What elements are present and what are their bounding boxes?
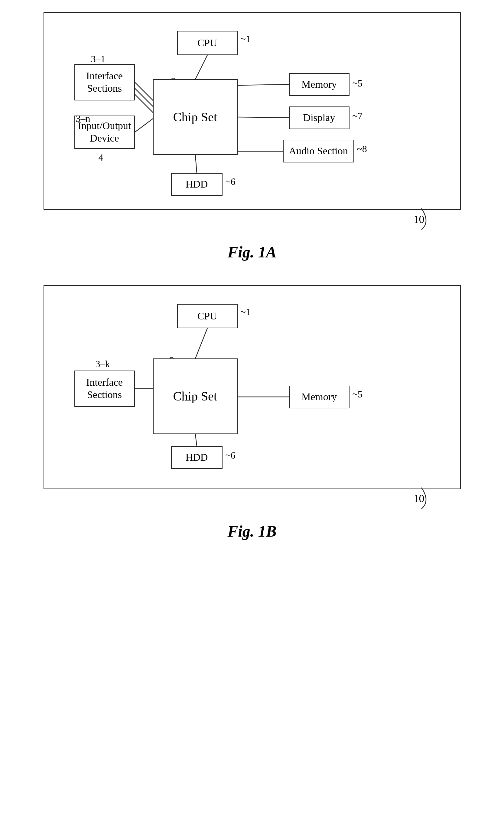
- fig1a-5-label: ~5: [353, 78, 363, 89]
- fig1b-10-label: 10: [414, 492, 424, 505]
- fig1a-tail-svg: [361, 207, 452, 231]
- fig1a-tail: 10: [44, 210, 461, 234]
- fig1a-4-label: 4: [99, 152, 103, 163]
- chipset-block: Chip Set: [153, 79, 238, 155]
- chipset-label-1b: Chip Set: [173, 389, 217, 404]
- svg-line-9: [195, 328, 207, 358]
- memory-block-1b: Memory: [289, 386, 350, 409]
- audio-label: Audio Section: [289, 145, 348, 157]
- svg-line-7: [135, 94, 153, 112]
- fig1b-1-label: ~1: [241, 306, 251, 317]
- cpu-label-1b: CPU: [197, 310, 217, 322]
- svg-line-0: [195, 55, 207, 79]
- svg-line-4: [195, 155, 197, 173]
- svg-line-1: [238, 84, 289, 85]
- fig1a-title: Fig. 1A: [228, 243, 277, 261]
- svg-line-8: [135, 119, 153, 132]
- fig1b-5-label: ~5: [353, 389, 363, 400]
- display-label: Display: [303, 112, 335, 124]
- fig1a-10-label: 10: [414, 213, 424, 226]
- fig1a-3n-label: 3–n: [76, 113, 90, 124]
- fig1a-7-label: ~7: [353, 110, 363, 122]
- chipset-label: Chip Set: [173, 109, 217, 125]
- interface-block-1b: Interface Sections: [74, 370, 135, 407]
- fig1b-tail: 10: [44, 489, 461, 513]
- fig1a-diagram-box: CPU ~1 2 Chip Set Interface Sections 3–1…: [44, 12, 461, 210]
- hdd-label-1b: HDD: [186, 451, 208, 464]
- hdd-block-1b: HDD: [171, 446, 223, 469]
- cpu-block-1b: CPU: [177, 304, 238, 328]
- svg-line-2: [238, 117, 289, 118]
- fig1a-8-label: ~8: [357, 143, 367, 155]
- memory-label-1b: Memory: [301, 391, 337, 403]
- fig1a-3-1-label: 3–1: [91, 54, 106, 65]
- memory-block: Memory: [289, 73, 350, 96]
- display-block: Display: [289, 106, 350, 129]
- fig1a-inner: CPU ~1 2 Chip Set Interface Sections 3–1…: [59, 25, 445, 194]
- cpu-block: CPU: [177, 31, 238, 55]
- fig1a-cpu-ref: ~1: [241, 33, 251, 44]
- svg-line-11: [195, 434, 197, 446]
- chipset-block-1b: Chip Set: [153, 358, 238, 434]
- fig1b-tail-svg: [361, 486, 452, 510]
- hdd-block: HDD: [171, 173, 223, 196]
- memory-label: Memory: [301, 78, 337, 91]
- cpu-label: CPU: [197, 37, 217, 49]
- fig1a-6-label: ~6: [226, 176, 236, 187]
- hdd-label: HDD: [186, 178, 208, 190]
- interface-block: Interface Sections: [74, 64, 135, 100]
- fig1a-connectors: [59, 25, 445, 194]
- fig1b-inner: CPU ~1 2 Chip Set Interface Sections 3–k…: [59, 298, 445, 474]
- svg-line-6: [135, 88, 153, 106]
- fig1b-title: Fig. 1B: [228, 523, 277, 540]
- interface-label: Interface Sections: [86, 70, 123, 95]
- fig1b-6-label: ~6: [226, 450, 236, 461]
- svg-line-5: [135, 82, 153, 100]
- fig1a-container: CPU ~1 2 Chip Set Interface Sections 3–1…: [25, 12, 479, 279]
- fig1b-container: CPU ~1 2 Chip Set Interface Sections 3–k…: [25, 285, 479, 559]
- interface-label-1b: Interface Sections: [86, 376, 123, 401]
- fig1b-diagram-box: CPU ~1 2 Chip Set Interface Sections 3–k…: [44, 285, 461, 489]
- audio-block: Audio Section: [283, 140, 354, 162]
- fig1b-3k-label: 3–k: [96, 358, 110, 369]
